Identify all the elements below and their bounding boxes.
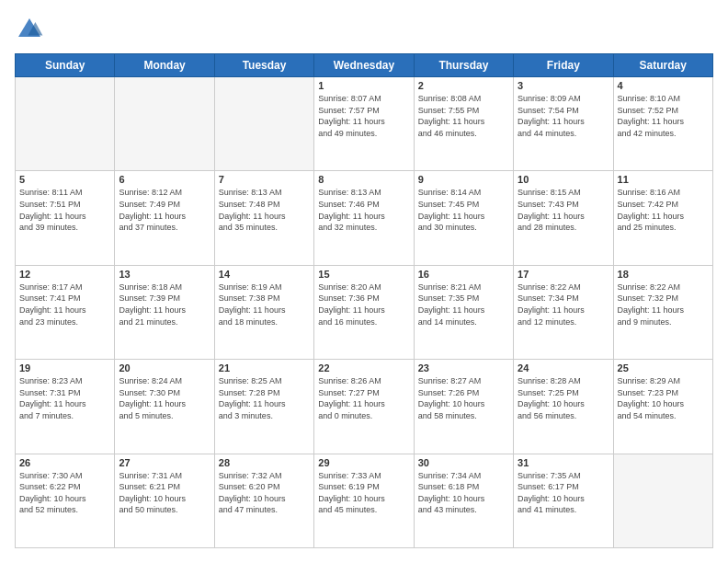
cell-content: Sunrise: 8:22 AM Sunset: 7:32 PM Dayligh… [618,282,709,327]
day-number: 1 [318,80,409,91]
day-number: 30 [418,457,509,468]
calendar-cell: 28Sunrise: 7:32 AM Sunset: 6:20 PM Dayli… [214,454,313,547]
calendar-week-2: 5Sunrise: 8:11 AM Sunset: 7:51 PM Daylig… [16,171,713,265]
day-number: 3 [518,80,609,91]
day-number: 27 [119,457,210,468]
calendar-cell: 14Sunrise: 8:19 AM Sunset: 7:38 PM Dayli… [214,265,313,359]
day-number: 16 [418,269,509,280]
day-number: 23 [418,362,509,373]
calendar-cell: 3Sunrise: 8:09 AM Sunset: 7:54 PM Daylig… [514,77,613,171]
calendar-cell: 4Sunrise: 8:10 AM Sunset: 7:52 PM Daylig… [613,77,712,171]
day-number: 29 [318,457,409,468]
day-number: 20 [119,362,210,373]
calendar-cell: 22Sunrise: 8:26 AM Sunset: 7:27 PM Dayli… [314,360,414,454]
cell-content: Sunrise: 8:23 AM Sunset: 7:31 PM Dayligh… [19,375,110,421]
calendar-week-4: 19Sunrise: 8:23 AM Sunset: 7:31 PM Dayli… [16,360,713,454]
day-number: 6 [119,174,210,185]
cell-content: Sunrise: 8:09 AM Sunset: 7:54 PM Dayligh… [518,93,609,139]
calendar-cell: 18Sunrise: 8:22 AM Sunset: 7:32 PM Dayli… [613,265,712,359]
calendar-table: SundayMondayTuesdayWednesdayThursdayFrid… [15,53,713,548]
logo-icon [15,15,44,44]
day-header-sunday: Sunday [16,54,115,77]
day-number: 26 [19,457,110,468]
day-number: 22 [318,362,409,373]
calendar-cell [613,454,712,547]
cell-content: Sunrise: 8:13 AM Sunset: 7:48 PM Dayligh… [219,187,310,233]
day-header-monday: Monday [115,54,214,77]
calendar-header-row: SundayMondayTuesdayWednesdayThursdayFrid… [16,54,713,77]
cell-content: Sunrise: 8:26 AM Sunset: 7:27 PM Dayligh… [318,375,409,421]
cell-content: Sunrise: 8:11 AM Sunset: 7:51 PM Dayligh… [19,187,110,233]
calendar-cell: 25Sunrise: 8:29 AM Sunset: 7:23 PM Dayli… [613,360,712,454]
day-header-wednesday: Wednesday [314,54,414,77]
day-number: 18 [618,269,709,280]
cell-content: Sunrise: 8:13 AM Sunset: 7:46 PM Dayligh… [318,187,409,233]
calendar-cell: 2Sunrise: 8:08 AM Sunset: 7:55 PM Daylig… [414,77,513,171]
calendar-cell: 21Sunrise: 8:25 AM Sunset: 7:28 PM Dayli… [214,360,313,454]
calendar-cell: 7Sunrise: 8:13 AM Sunset: 7:48 PM Daylig… [214,171,313,265]
cell-content: Sunrise: 8:28 AM Sunset: 7:25 PM Dayligh… [518,375,609,421]
cell-content: Sunrise: 8:15 AM Sunset: 7:43 PM Dayligh… [518,187,609,233]
calendar-cell: 24Sunrise: 8:28 AM Sunset: 7:25 PM Dayli… [514,360,613,454]
day-number: 14 [219,269,310,280]
calendar-cell: 27Sunrise: 7:31 AM Sunset: 6:21 PM Dayli… [115,454,214,547]
calendar-cell: 11Sunrise: 8:16 AM Sunset: 7:42 PM Dayli… [613,171,712,265]
day-number: 25 [618,362,709,373]
day-number: 17 [518,269,609,280]
day-number: 21 [219,362,310,373]
day-number: 15 [318,269,409,280]
day-number: 24 [518,362,609,373]
calendar-cell: 12Sunrise: 8:17 AM Sunset: 7:41 PM Dayli… [16,265,115,359]
calendar-cell: 15Sunrise: 8:20 AM Sunset: 7:36 PM Dayli… [314,265,414,359]
logo [15,15,48,44]
day-header-saturday: Saturday [613,54,712,77]
calendar-cell: 9Sunrise: 8:14 AM Sunset: 7:45 PM Daylig… [414,171,513,265]
cell-content: Sunrise: 8:20 AM Sunset: 7:36 PM Dayligh… [318,282,409,327]
day-number: 9 [418,174,509,185]
calendar-cell: 30Sunrise: 7:34 AM Sunset: 6:18 PM Dayli… [414,454,513,547]
cell-content: Sunrise: 7:35 AM Sunset: 6:17 PM Dayligh… [518,470,609,516]
cell-content: Sunrise: 8:24 AM Sunset: 7:30 PM Dayligh… [119,375,210,421]
calendar-cell: 8Sunrise: 8:13 AM Sunset: 7:46 PM Daylig… [314,171,414,265]
cell-content: Sunrise: 8:25 AM Sunset: 7:28 PM Dayligh… [219,375,310,421]
calendar-cell: 5Sunrise: 8:11 AM Sunset: 7:51 PM Daylig… [16,171,115,265]
calendar-week-5: 26Sunrise: 7:30 AM Sunset: 6:22 PM Dayli… [16,454,713,547]
day-number: 5 [19,174,110,185]
cell-content: Sunrise: 8:18 AM Sunset: 7:39 PM Dayligh… [119,282,210,327]
calendar-cell: 1Sunrise: 8:07 AM Sunset: 7:57 PM Daylig… [314,77,414,171]
cell-content: Sunrise: 8:29 AM Sunset: 7:23 PM Dayligh… [618,375,709,421]
cell-content: Sunrise: 8:12 AM Sunset: 7:49 PM Dayligh… [119,187,210,233]
calendar-cell: 29Sunrise: 7:33 AM Sunset: 6:19 PM Dayli… [314,454,414,547]
cell-content: Sunrise: 7:30 AM Sunset: 6:22 PM Dayligh… [19,470,110,516]
cell-content: Sunrise: 8:08 AM Sunset: 7:55 PM Dayligh… [418,93,509,139]
cell-content: Sunrise: 7:32 AM Sunset: 6:20 PM Dayligh… [219,470,310,516]
day-number: 7 [219,174,310,185]
day-number: 4 [618,80,709,91]
calendar-cell: 31Sunrise: 7:35 AM Sunset: 6:17 PM Dayli… [514,454,613,547]
day-number: 12 [19,269,110,280]
cell-content: Sunrise: 8:22 AM Sunset: 7:34 PM Dayligh… [518,282,609,327]
cell-content: Sunrise: 8:07 AM Sunset: 7:57 PM Dayligh… [318,93,409,139]
day-number: 13 [119,269,210,280]
cell-content: Sunrise: 7:31 AM Sunset: 6:21 PM Dayligh… [119,470,210,516]
calendar-cell: 17Sunrise: 8:22 AM Sunset: 7:34 PM Dayli… [514,265,613,359]
day-number: 10 [518,174,609,185]
calendar-cell: 20Sunrise: 8:24 AM Sunset: 7:30 PM Dayli… [115,360,214,454]
cell-content: Sunrise: 8:27 AM Sunset: 7:26 PM Dayligh… [418,375,509,421]
calendar-cell: 19Sunrise: 8:23 AM Sunset: 7:31 PM Dayli… [16,360,115,454]
cell-content: Sunrise: 8:21 AM Sunset: 7:35 PM Dayligh… [418,282,509,327]
calendar-cell: 16Sunrise: 8:21 AM Sunset: 7:35 PM Dayli… [414,265,513,359]
cell-content: Sunrise: 8:17 AM Sunset: 7:41 PM Dayligh… [19,282,110,327]
day-number: 2 [418,80,509,91]
cell-content: Sunrise: 8:14 AM Sunset: 7:45 PM Dayligh… [418,187,509,233]
day-number: 11 [618,174,709,185]
calendar-cell: 23Sunrise: 8:27 AM Sunset: 7:26 PM Dayli… [414,360,513,454]
calendar-cell [16,77,115,171]
calendar-week-1: 1Sunrise: 8:07 AM Sunset: 7:57 PM Daylig… [16,77,713,171]
calendar-cell [115,77,214,171]
day-header-tuesday: Tuesday [214,54,313,77]
cell-content: Sunrise: 7:34 AM Sunset: 6:18 PM Dayligh… [418,470,509,516]
page: SundayMondayTuesdayWednesdayThursdayFrid… [0,0,728,563]
cell-content: Sunrise: 8:16 AM Sunset: 7:42 PM Dayligh… [618,187,709,233]
calendar-cell [214,77,313,171]
